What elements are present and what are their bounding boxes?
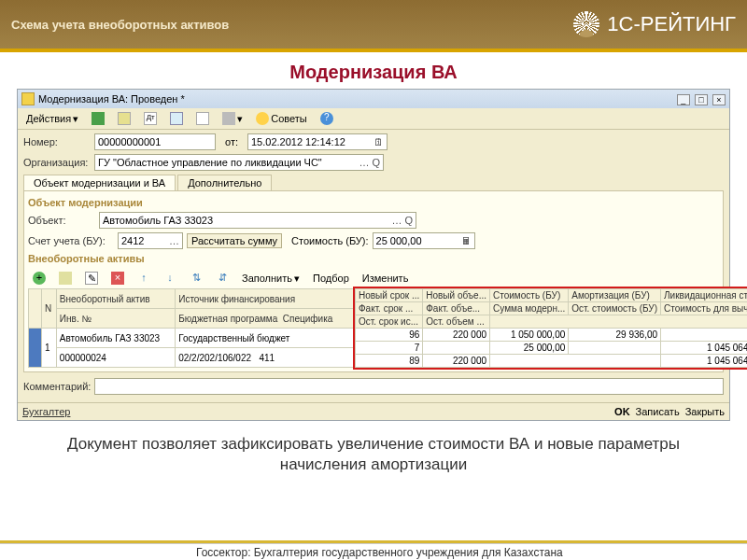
edit-button[interactable]: Изменить <box>358 271 414 286</box>
main-toolbar: Действия ▾ Дт ▾ Советы ? <box>18 108 729 130</box>
app-window: Модернизация ВА: Проведен * _ □ × Действ… <box>17 89 730 421</box>
tool-post-icon[interactable] <box>87 110 109 127</box>
select-icon[interactable]: … Q <box>391 215 413 226</box>
comment-field[interactable] <box>94 378 724 395</box>
brand-name: 1С-РЕЙТИНГ <box>607 12 736 36</box>
table-row[interactable]: 7 25 000,00 1 045 064,00 <box>356 342 748 355</box>
grid-add-icon[interactable]: + <box>28 270 50 287</box>
tabs: Объект модернизации и ВА Дополнительно <box>23 175 724 190</box>
calendar-icon[interactable]: 🗓 <box>374 136 384 147</box>
window-titlebar[interactable]: Модернизация ВА: Проведен * _ □ × <box>18 90 729 108</box>
grid-copy-icon[interactable] <box>54 270 77 287</box>
brand-logo-icon <box>573 11 599 37</box>
number-field[interactable]: 00000000001 <box>94 133 216 150</box>
status-link[interactable]: Бухгалтер <box>22 406 70 417</box>
close-button-footer[interactable]: Закрыть <box>685 406 725 417</box>
calc-icon[interactable]: 🖩 <box>461 235 472 246</box>
tool-hints-button[interactable]: Советы <box>251 110 311 127</box>
tab-object[interactable]: Объект модернизации и ВА <box>23 175 176 190</box>
calc-sum-button[interactable]: Рассчитать сумму <box>187 233 282 248</box>
cost-field[interactable]: 25 000,00🖩 <box>373 232 475 249</box>
divider <box>0 49 747 52</box>
tool-print-icon[interactable]: ▾ <box>218 110 247 127</box>
tool-report-icon[interactable] <box>165 110 188 127</box>
window-app-icon <box>21 92 35 105</box>
object-label: Объект: <box>28 215 95 226</box>
section-assets-heading: Внеоборотные активы <box>28 253 719 264</box>
window-footer: Бухгалтер OK Записать Закрыть <box>18 402 729 420</box>
fill-button[interactable]: Заполнить ▾ <box>237 271 304 287</box>
comment-label: Комментарий: <box>23 381 91 392</box>
ok-button[interactable]: OK <box>614 406 630 417</box>
grid-left[interactable]: N Внеоборотный актив Источник финансиров… <box>28 288 355 368</box>
from-label: от: <box>225 136 238 147</box>
grid-movedown-icon[interactable]: ↓ <box>159 270 181 287</box>
account-field[interactable]: 2412… <box>118 232 183 249</box>
select-icon[interactable]: … Q <box>359 157 380 168</box>
grid-right[interactable]: Новый срок ... Новый объе... Стоимость (… <box>355 288 747 368</box>
close-button[interactable]: × <box>712 94 726 105</box>
table-row[interactable]: 000000024 02/2/202/106/022 411 <box>29 348 355 368</box>
pick-button[interactable]: Подбор <box>308 271 354 286</box>
maximize-button[interactable]: □ <box>695 94 708 105</box>
bottom-text: Госсектор: Бухгалтерия государственного … <box>0 543 747 560</box>
org-label: Организация: <box>23 157 91 168</box>
grid-sort-icon[interactable]: ⇅ <box>185 270 207 287</box>
tool-copy-icon[interactable] <box>113 110 135 127</box>
account-label: Счет учета (БУ): <box>28 235 114 246</box>
actions-menu[interactable]: Действия ▾ <box>21 111 83 127</box>
tool-dt-icon[interactable]: Дт <box>139 110 162 127</box>
subtitle: Схема учета внеоборотных активов <box>11 18 229 32</box>
date-field[interactable]: 15.02.2012 12:14:12🗓 <box>247 133 388 150</box>
tab-additional[interactable]: Дополнительно <box>177 175 272 190</box>
tool-help-icon[interactable]: ? <box>316 110 338 127</box>
table-row[interactable]: 89 220 000 1 045 064,00 <box>356 355 748 368</box>
object-field[interactable]: Автомобиль ГАЗ 33023… Q <box>99 212 416 229</box>
org-field[interactable]: ГУ "Областное управление по ликвидации Ч… <box>94 154 384 171</box>
grid-sort2-icon[interactable]: ⇵ <box>211 270 233 287</box>
row-marker <box>29 289 42 329</box>
section-object-heading: Объект модернизации <box>28 197 719 208</box>
grid-delete-icon[interactable]: × <box>106 270 129 287</box>
window-title: Модернизация ВА: Проведен * <box>38 93 185 105</box>
grid-toolbar: + ✎ × ↑ ↓ ⇅ ⇵ Заполнить ▾ Подбор Изменит… <box>28 268 719 288</box>
select-icon[interactable]: … <box>169 235 179 246</box>
window-controls: _ □ × <box>675 93 726 105</box>
save-button[interactable]: Записать <box>636 406 680 417</box>
table-row[interactable]: 1 Автомобиль ГАЗ 33023 Государственный б… <box>29 329 355 348</box>
cost-label: Стоимость (БУ): <box>291 235 368 246</box>
slide-title: Модернизация ВА <box>0 62 747 83</box>
slide-description: Документ позволяет зафиксировать увеличе… <box>37 434 710 475</box>
minimize-button[interactable]: _ <box>677 94 690 105</box>
number-label: Номер: <box>23 136 91 147</box>
slide-header: Схема учета внеоборотных активов 1С-РЕЙТ… <box>0 0 747 49</box>
table-row[interactable]: 96 220 000 1 050 000,00 29 936,00 13,48 <box>356 329 748 342</box>
grid-moveup-icon[interactable]: ↑ <box>133 270 155 287</box>
tool-list-icon[interactable] <box>191 110 214 127</box>
grid-edit-icon[interactable]: ✎ <box>80 270 103 287</box>
